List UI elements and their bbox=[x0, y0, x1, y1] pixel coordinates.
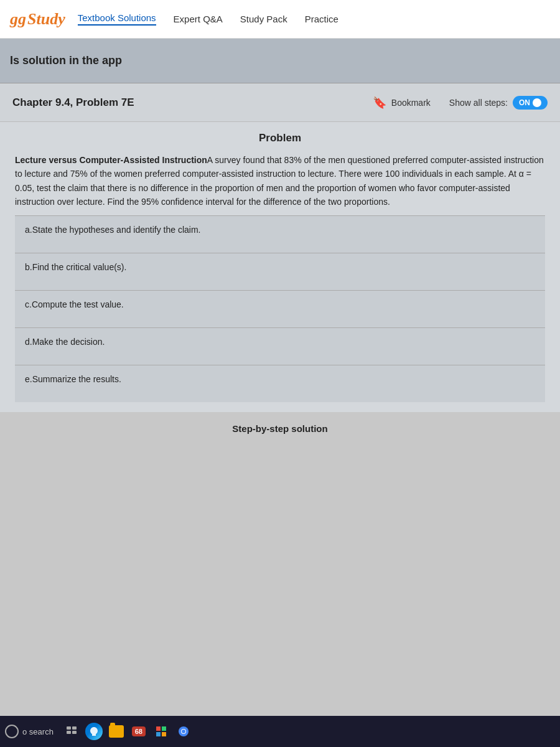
edge-icon-circle bbox=[85, 723, 103, 740]
chrome-icon[interactable] bbox=[174, 722, 193, 741]
svg-rect-5 bbox=[162, 726, 166, 731]
sub-part-a: a.State the hypotheses and identify the … bbox=[15, 215, 545, 253]
toggle-circle bbox=[533, 98, 541, 107]
windows-search-circle bbox=[5, 725, 19, 738]
svg-rect-6 bbox=[156, 732, 161, 736]
show-steps-area: Show all steps: ON bbox=[449, 96, 548, 110]
sub-part-b-label: b.Find the critical value(s). bbox=[25, 262, 126, 272]
nav-practice[interactable]: Practice bbox=[305, 14, 338, 24]
nav-expert-qa[interactable]: Expert Q&A bbox=[174, 14, 223, 24]
svg-rect-2 bbox=[67, 731, 71, 734]
sub-part-d: d.Make the decision. bbox=[15, 327, 545, 365]
step-solution-label: Step-by-step solution bbox=[232, 423, 327, 434]
svg-rect-7 bbox=[162, 732, 166, 736]
show-steps-toggle[interactable]: ON bbox=[513, 96, 548, 110]
notification-badge: 68 bbox=[132, 726, 146, 736]
sub-parts: a.State the hypotheses and identify the … bbox=[15, 215, 545, 402]
sub-part-e-label: e.Summarize the results. bbox=[25, 374, 121, 384]
nav-links: Textbook Solutions Expert Q&A Study Pack… bbox=[78, 12, 338, 26]
step-solution-bar: Step-by-step solution bbox=[0, 412, 560, 439]
sub-part-a-label: a.State the hypotheses and identify the … bbox=[25, 225, 201, 235]
bookmark-area[interactable]: 🔖 Bookmark bbox=[373, 96, 431, 110]
taskbar: o search 68 bbox=[0, 716, 560, 747]
sub-header-text: Is solution in the app bbox=[10, 54, 122, 67]
problem-bold-intro: Lecture versus Computer-Assisted Instruc… bbox=[15, 155, 207, 165]
taskbar-search-area[interactable]: o search bbox=[5, 725, 54, 738]
bookmark-icon: 🔖 bbox=[373, 96, 386, 110]
windows-icon[interactable] bbox=[152, 722, 170, 741]
svg-point-10 bbox=[182, 730, 185, 733]
problem-body: Lecture versus Computer-Assisted Instruc… bbox=[15, 153, 545, 209]
sub-part-b: b.Find the critical value(s). bbox=[15, 253, 545, 290]
logo-area: gg Study bbox=[10, 10, 65, 29]
top-navigation: gg Study Textbook Solutions Expert Q&A S… bbox=[0, 0, 560, 39]
svg-rect-1 bbox=[72, 726, 77, 730]
bookmark-label: Bookmark bbox=[391, 98, 431, 108]
toggle-label: ON bbox=[519, 98, 530, 107]
notification-badge-area[interactable]: 68 bbox=[129, 722, 148, 741]
svg-rect-3 bbox=[72, 731, 77, 734]
chapter-title: Chapter 9.4, Problem 7E bbox=[12, 96, 373, 109]
sub-header: Is solution in the app bbox=[0, 39, 560, 83]
chapter-header: Chapter 9.4, Problem 7E 🔖 Bookmark Show … bbox=[0, 83, 560, 122]
task-view-icon[interactable] bbox=[62, 722, 81, 741]
show-steps-label: Show all steps: bbox=[449, 98, 508, 108]
problem-section: Problem Lecture versus Computer-Assisted… bbox=[0, 122, 560, 412]
logo-gg: gg bbox=[10, 10, 26, 29]
main-content: Problem Lecture versus Computer-Assisted… bbox=[0, 122, 560, 439]
sub-part-c: c.Compute the test value. bbox=[15, 290, 545, 327]
sub-part-e: e.Summarize the results. bbox=[15, 365, 545, 402]
edge-browser-icon[interactable] bbox=[85, 722, 103, 741]
sub-part-d-label: d.Make the decision. bbox=[25, 337, 105, 347]
problem-title: Problem bbox=[15, 132, 545, 144]
nav-textbook-solutions[interactable]: Textbook Solutions bbox=[78, 12, 156, 26]
logo-study: Study bbox=[27, 10, 65, 29]
file-explorer-icon[interactable] bbox=[107, 722, 126, 741]
nav-study-pack[interactable]: Study Pack bbox=[240, 14, 287, 24]
sub-part-c-label: c.Compute the test value. bbox=[25, 299, 124, 309]
svg-rect-0 bbox=[67, 726, 71, 730]
taskbar-search-text: o search bbox=[22, 727, 54, 736]
svg-rect-4 bbox=[156, 726, 161, 731]
